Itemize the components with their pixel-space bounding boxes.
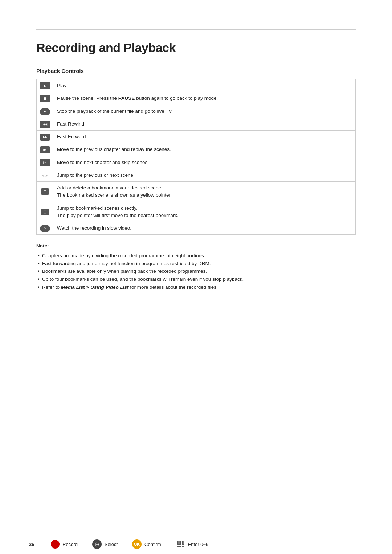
table-row: Jump to bookmarked scenes directly.The p… [37,202,356,222]
table-row: Stop the playback of the current file an… [37,105,356,118]
note-section: Note: Chapters are made by dividing the … [36,242,356,291]
forward-icon [40,134,50,141]
list-item: Bookmarks are available only when playin… [36,267,356,275]
page-title: Recording and Playback [36,29,356,55]
record-button-icon [51,540,60,549]
bottom-bar: 36 Record Select OK Confirm [0,534,392,554]
table-cell-next-chapter: Move to the next chapter and skip scenes… [53,156,356,169]
select-button-icon [92,539,102,549]
bottom-control-select: Select [92,539,118,549]
select-label: Select [105,542,118,547]
list-item: Up to four bookmarks can be used, and th… [36,275,356,283]
icon-cell [37,169,53,181]
scene-icon [40,172,50,179]
table-row: Move to the next chapter and skip scenes… [37,156,356,169]
table-cell-scene: Jump to the previous or next scene. [53,169,356,181]
table-row: Fast Rewind [37,118,356,130]
icon-cell [37,143,53,156]
table-row: Add or delete a bookmark in your desired… [37,182,356,202]
icon-cell [37,182,53,202]
icon-cell [37,92,53,105]
table-row: Watch the recording in slow video. [37,222,356,235]
table-cell-bookmark-add: Add or delete a bookmark in your desired… [53,182,356,202]
pause-icon [40,95,50,102]
bottom-control-confirm: OK Confirm [132,539,161,549]
table-cell-rewind: Fast Rewind [53,118,356,130]
bold-pause: PAUSE [118,95,135,101]
section-title: Playback Controls [36,68,356,74]
list-item: Fast forwarding and jump may not functio… [36,260,356,268]
rewind-icon [40,121,50,128]
table-row: Move to the previous chapter and replay … [37,143,356,156]
list-item: Chapters are made by dividing the record… [36,252,356,260]
bookmark-jump-icon [40,208,50,216]
record-label: Record [62,542,78,547]
table-row: Play [37,79,356,92]
bottom-controls: Record Select OK Confirm [51,539,363,549]
icon-cell [37,79,53,92]
icon-cell [37,202,53,222]
table-row: Fast Forward [37,131,356,143]
table-row: Jump to the previous or next scene. [37,169,356,181]
prev-chapter-icon [40,146,50,153]
table-cell-prev-chapter: Move to the previous chapter and replay … [53,143,356,156]
icon-cell [37,105,53,118]
controls-table: Play Pause the scene. Press the PAUSE bu… [36,79,356,235]
list-item: Refer to Media List > Using Video List f… [36,283,356,291]
bottom-control-numpad: Enter 0~9 [176,540,209,548]
next-chapter-icon [40,159,50,166]
page-content: Recording and Playback Playback Controls… [0,0,392,313]
stop-icon [40,108,50,115]
icon-cell [37,222,53,235]
table-cell-slow: Watch the recording in slow video. [53,222,356,235]
table-cell-bookmark-jump: Jump to bookmarked scenes directly.The p… [53,202,356,222]
page-number: 36 [29,542,51,547]
numpad-icon [176,540,185,548]
numpad-dots [177,541,184,547]
table-cell-play: Play [53,79,356,92]
bookmark-jump-inner [41,209,49,215]
bookmark-add-icon [40,188,50,196]
table-row: Pause the scene. Press the PAUSE button … [37,92,356,105]
media-list-reference: Media List > Using Video List [61,284,129,290]
numpad-label: Enter 0~9 [188,542,209,547]
note-title: Note: [36,242,356,250]
icon-cell [37,156,53,169]
confirm-label: Confirm [144,542,161,547]
bookmark-add-inner [41,188,49,195]
note-list: Chapters are made by dividing the record… [36,252,356,291]
slow-icon [40,225,50,232]
table-cell-forward: Fast Forward [53,131,356,143]
bottom-control-record: Record [51,540,78,549]
icon-cell [37,118,53,130]
table-cell-pause: Pause the scene. Press the PAUSE button … [53,92,356,105]
icon-cell [37,131,53,143]
confirm-button-icon: OK [132,539,142,549]
play-icon [40,82,50,89]
table-cell-stop: Stop the playback of the current file an… [53,105,356,118]
